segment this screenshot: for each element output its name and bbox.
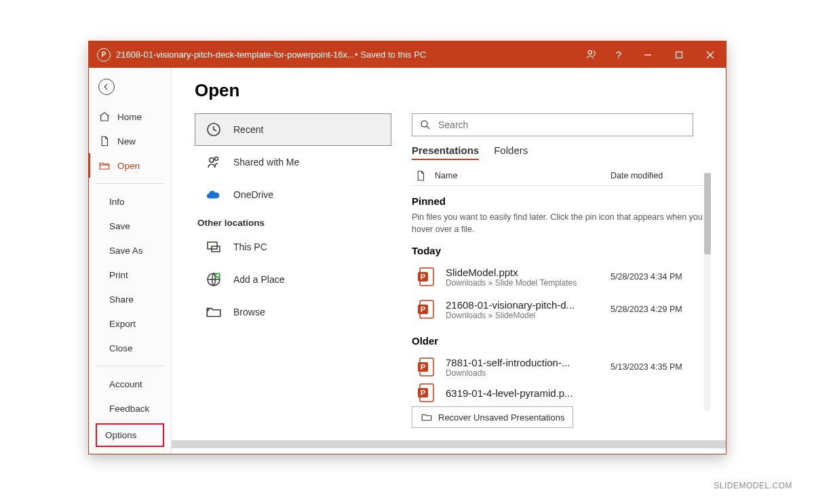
- backstage-sidebar: Home New Open Info Save Save As Print Sh…: [89, 68, 172, 454]
- search-input[interactable]: [438, 119, 686, 130]
- title-separator: •: [355, 50, 358, 60]
- open-panel: Open Recent Shared with Me OneDrive: [172, 68, 726, 454]
- file-date: 5/28/2023 4:29 PM: [610, 305, 699, 314]
- sidebar-item-print[interactable]: Print: [89, 263, 171, 287]
- sidebar-item-save[interactable]: Save: [89, 214, 171, 238]
- powerpoint-app-icon: P: [97, 48, 111, 62]
- document-icon: [98, 135, 111, 147]
- location-label: Shared with Me: [233, 157, 299, 168]
- people-icon: [205, 153, 222, 171]
- sidebar-item-save-as[interactable]: Save As: [89, 238, 171, 263]
- svg-point-7: [215, 157, 218, 161]
- column-date[interactable]: Date modified: [610, 171, 699, 180]
- other-locations-label: Other locations: [195, 211, 391, 231]
- folder-icon: [421, 411, 433, 423]
- file-row[interactable]: P 21608-01-visionary-pitch-d... Download…: [412, 293, 711, 326]
- locations-list: Recent Shared with Me OneDrive Other loc…: [195, 113, 391, 436]
- pptx-file-icon: P: [416, 383, 438, 402]
- sidebar-item-close[interactable]: Close: [89, 336, 171, 360]
- sidebar-item-home[interactable]: Home: [89, 104, 171, 129]
- sidebar-item-info[interactable]: Info: [89, 189, 171, 214]
- location-shared[interactable]: Shared with Me: [195, 146, 391, 178]
- svg-point-0: [588, 50, 592, 54]
- this-pc-icon: [205, 238, 222, 256]
- file-path: Downloads » Slide Model Templates: [446, 278, 610, 288]
- close-button[interactable]: [695, 41, 726, 68]
- column-name[interactable]: Name: [435, 171, 457, 180]
- sidebar-item-options[interactable]: Options: [96, 423, 164, 447]
- document-title: 21608-01-visionary-pitch-deck-template-f…: [116, 50, 355, 60]
- file-name: SlideModel.pptx: [446, 267, 610, 278]
- svg-text:P: P: [421, 389, 425, 397]
- location-add-place[interactable]: Add a Place: [195, 263, 391, 296]
- file-name: 21608-01-visionary-pitch-d...: [446, 299, 610, 311]
- pptx-file-icon: P: [416, 356, 438, 378]
- svg-text:P: P: [421, 273, 425, 281]
- pptx-file-icon: P: [416, 298, 438, 320]
- file-path: Downloads: [446, 368, 610, 378]
- pinned-hint: Pin files you want to easily find later.…: [412, 211, 711, 235]
- sidebar-label-open: Open: [117, 161, 140, 171]
- svg-point-6: [210, 158, 214, 162]
- group-older: Older: [412, 335, 711, 347]
- tab-bar: Presentations Folders: [412, 144, 711, 160]
- sidebar-item-share[interactable]: Share: [89, 287, 171, 311]
- location-browse[interactable]: Browse: [195, 296, 391, 328]
- minimize-button[interactable]: [632, 41, 663, 68]
- vertical-scrollbar[interactable]: [704, 173, 711, 410]
- search-icon: [419, 119, 431, 131]
- location-label: Browse: [233, 307, 265, 317]
- file-name: 7881-01-self-introduction-...: [446, 357, 610, 368]
- sidebar-item-new[interactable]: New: [89, 129, 171, 153]
- file-date: 5/13/2023 4:35 PM: [610, 362, 699, 372]
- tab-presentations[interactable]: Presentations: [412, 144, 479, 160]
- sidebar-item-export[interactable]: Export: [89, 311, 171, 336]
- pptx-file-icon: P: [416, 266, 438, 288]
- recover-label: Recover Unsaved Presentations: [438, 412, 564, 423]
- group-today: Today: [412, 245, 711, 256]
- list-header: Name Date modified: [412, 166, 711, 186]
- file-row[interactable]: P SlideModel.pptx Downloads » Slide Mode…: [412, 260, 711, 293]
- svg-rect-2: [676, 52, 682, 58]
- folder-open-icon: [98, 159, 111, 172]
- home-icon: [98, 111, 111, 123]
- location-label: Recent: [233, 124, 263, 135]
- search-box[interactable]: [412, 113, 693, 136]
- help-button[interactable]: ?: [605, 41, 632, 68]
- file-row[interactable]: P 6319-01-4-level-pyramid.p...: [412, 383, 711, 402]
- svg-text:P: P: [421, 363, 425, 371]
- page-title: Open: [195, 80, 711, 101]
- group-pinned: Pinned: [412, 195, 711, 207]
- location-onedrive[interactable]: OneDrive: [195, 178, 391, 211]
- watermark: SLIDEMODEL.COM: [714, 481, 792, 490]
- maximize-button[interactable]: [663, 41, 695, 68]
- location-label: This PC: [233, 241, 267, 252]
- add-place-icon: [205, 271, 222, 288]
- svg-text:P: P: [421, 305, 425, 313]
- clock-icon: [205, 121, 222, 138]
- location-this-pc[interactable]: This PC: [195, 231, 391, 263]
- svg-line-13: [427, 126, 429, 129]
- title-bar: P 21608-01-visionary-pitch-deck-template…: [89, 41, 726, 68]
- folder-icon: [205, 303, 222, 321]
- document-icon: [414, 170, 427, 182]
- file-row[interactable]: P 7881-01-self-introduction-... Download…: [412, 351, 711, 383]
- svg-rect-8: [208, 242, 217, 249]
- onedrive-icon: [205, 186, 222, 203]
- sidebar-item-feedback[interactable]: Feedback: [89, 396, 171, 421]
- file-date: 5/28/2023 4:34 PM: [610, 272, 699, 282]
- recover-unsaved-button[interactable]: Recover Unsaved Presentations: [412, 406, 573, 428]
- tab-folders[interactable]: Folders: [494, 144, 528, 160]
- back-button[interactable]: [98, 79, 115, 95]
- horizontal-scrollbar[interactable]: [172, 440, 726, 448]
- location-label: OneDrive: [233, 189, 273, 200]
- file-list-panel: Presentations Folders Name Date modified…: [412, 113, 711, 436]
- location-label: Add a Place: [233, 274, 285, 285]
- sidebar-item-account[interactable]: Account: [89, 372, 171, 396]
- file-path: Downloads » SlideModel: [446, 311, 610, 320]
- location-recent[interactable]: Recent: [195, 113, 391, 146]
- coming-soon-icon[interactable]: [578, 41, 605, 68]
- sidebar-label-home: Home: [117, 112, 142, 122]
- sidebar-item-open[interactable]: Open: [89, 153, 171, 178]
- backstage-window: P 21608-01-visionary-pitch-deck-template…: [88, 41, 726, 454]
